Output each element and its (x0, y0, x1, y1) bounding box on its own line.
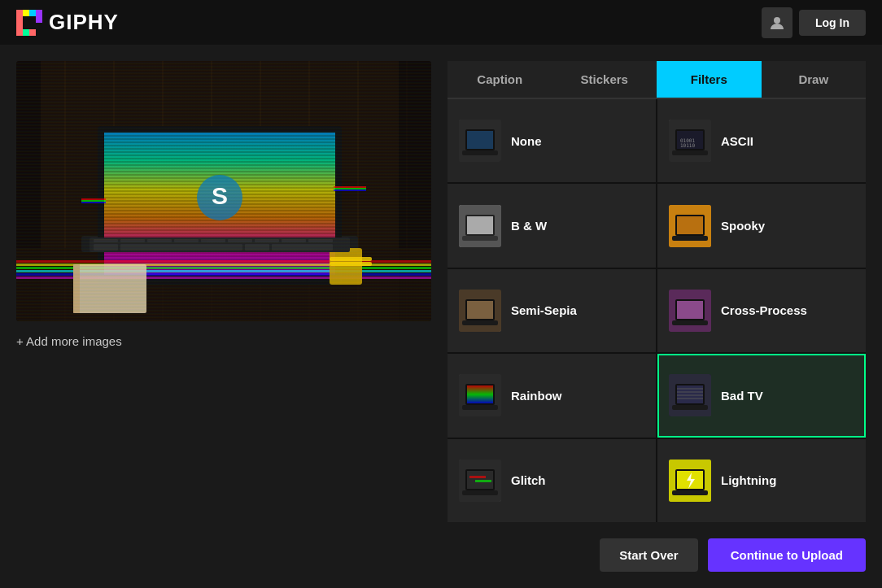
svg-rect-99 (272, 244, 333, 250)
bottom-bar: Start Over Continue to Upload (448, 522, 866, 572)
svg-rect-84 (73, 264, 146, 313)
filter-rainbow[interactable]: Rainbow (448, 354, 656, 437)
user-icon-button[interactable] (762, 7, 792, 38)
filter-lightning[interactable]: Lightning (657, 439, 866, 522)
svg-rect-112 (467, 216, 493, 234)
main-content: S (0, 45, 882, 588)
svg-rect-88 (120, 239, 145, 242)
svg-rect-5 (36, 10, 42, 23)
header: GIPHY Log In (0, 0, 882, 45)
svg-rect-103 (462, 150, 498, 155)
preview-svg: S (16, 61, 431, 321)
svg-rect-102 (467, 131, 493, 149)
filter-rainbow-label: Rainbow (511, 389, 562, 403)
filter-semi-sepia-thumb (459, 290, 501, 332)
logo-text: GIPHY (49, 10, 119, 35)
user-icon (769, 15, 785, 31)
svg-rect-3 (29, 10, 36, 16)
filter-cross-process-thumb (669, 290, 711, 332)
filter-glitch-thumb (459, 460, 501, 502)
logo-area: GIPHY (16, 10, 119, 36)
tabs-bar: Caption Stickers Filters Draw (448, 61, 866, 99)
svg-rect-129 (462, 405, 498, 410)
image-preview: S (16, 61, 431, 321)
svg-rect-90 (174, 239, 199, 242)
filter-none-thumb (459, 120, 501, 162)
filter-none-label: None (511, 134, 542, 148)
svg-rect-83 (330, 262, 372, 266)
header-right: Log In (762, 7, 866, 38)
filter-bw-thumb (459, 205, 501, 247)
svg-rect-132 (677, 385, 703, 403)
filter-bad-tv-thumb (669, 374, 711, 416)
svg-rect-96 (94, 244, 118, 250)
right-panel: Caption Stickers Filters Draw None 01001… (448, 61, 866, 572)
svg-rect-128 (467, 385, 493, 403)
filter-semi-sepia[interactable]: Semi-Sepia (448, 269, 656, 352)
filter-ascii[interactable]: 0100110110 ASCII (657, 99, 866, 182)
svg-rect-81 (330, 248, 362, 285)
svg-rect-141 (469, 476, 486, 478)
filter-none[interactable]: None (448, 99, 656, 182)
filter-spooky[interactable]: Spooky (657, 184, 866, 267)
svg-rect-94 (282, 239, 306, 242)
svg-rect-143 (462, 490, 498, 495)
svg-rect-87 (94, 239, 118, 242)
preview-scene: S (16, 61, 431, 321)
svg-rect-142 (475, 480, 491, 482)
filter-ascii-label: ASCII (721, 134, 753, 148)
svg-rect-93 (255, 239, 279, 242)
svg-rect-97 (120, 244, 242, 250)
svg-rect-98 (245, 244, 269, 250)
svg-rect-0 (16, 10, 23, 36)
tab-caption[interactable]: Caption (448, 61, 552, 98)
start-over-button[interactable]: Start Over (600, 538, 698, 572)
svg-rect-137 (672, 405, 708, 410)
filter-glitch-label: Glitch (511, 473, 546, 487)
continue-upload-button[interactable]: Continue to Upload (708, 538, 866, 572)
svg-rect-148 (672, 490, 708, 495)
left-panel: S (16, 61, 431, 572)
svg-rect-95 (308, 239, 333, 242)
svg-rect-116 (677, 216, 703, 234)
svg-rect-109 (672, 150, 708, 155)
svg-rect-92 (228, 239, 252, 242)
filter-spooky-thumb (669, 205, 711, 247)
filter-cross-process[interactable]: Cross-Process (657, 269, 866, 352)
filter-lightning-thumb (669, 460, 711, 502)
filter-spooky-label: Spooky (721, 219, 765, 233)
filter-ascii-thumb: 0100110110 (669, 120, 711, 162)
filter-bad-tv[interactable]: Bad TV (657, 354, 866, 437)
svg-rect-117 (672, 236, 708, 241)
svg-rect-120 (467, 301, 493, 319)
filter-bad-tv-label: Bad TV (721, 389, 763, 403)
svg-rect-113 (462, 236, 498, 241)
filter-bw[interactable]: B & W (448, 184, 656, 267)
svg-rect-1 (23, 10, 29, 16)
filter-bw-label: B & W (511, 219, 547, 233)
svg-text:10110: 10110 (680, 142, 695, 148)
svg-rect-121 (462, 320, 498, 325)
tab-filters[interactable]: Filters (657, 61, 762, 98)
giphy-logo-icon (16, 10, 42, 36)
filter-glitch[interactable]: Glitch (448, 439, 656, 522)
svg-rect-4 (29, 29, 36, 36)
filter-cross-process-label: Cross-Process (721, 303, 807, 317)
tab-stickers[interactable]: Stickers (552, 61, 657, 98)
svg-rect-125 (672, 320, 708, 325)
svg-rect-124 (677, 301, 703, 319)
svg-rect-2 (23, 29, 29, 36)
svg-rect-82 (330, 257, 372, 261)
add-images-button[interactable]: + Add more images (16, 331, 431, 351)
filter-rainbow-thumb (459, 374, 501, 416)
login-button[interactable]: Log In (799, 10, 866, 36)
tab-draw[interactable]: Draw (762, 61, 867, 98)
filter-lightning-label: Lightning (721, 473, 776, 487)
svg-rect-85 (73, 264, 80, 313)
svg-rect-91 (201, 239, 225, 242)
filter-semi-sepia-label: Semi-Sepia (511, 303, 577, 317)
svg-text:S: S (212, 182, 228, 209)
filter-grid: None 0100110110 ASCII B & W (448, 99, 866, 522)
svg-point-6 (774, 17, 780, 24)
svg-rect-89 (147, 239, 172, 242)
